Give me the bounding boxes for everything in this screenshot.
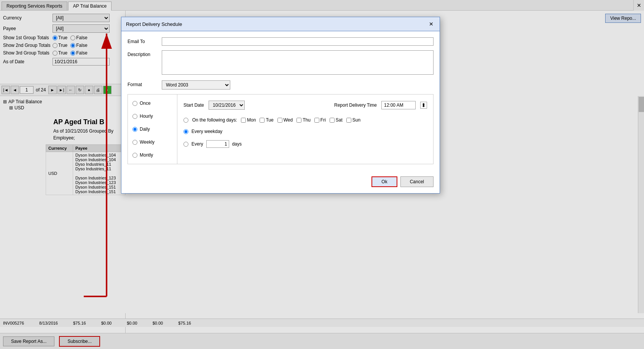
fri-label: Fri bbox=[320, 117, 326, 123]
freq-monthly[interactable]: Montly bbox=[132, 152, 172, 158]
description-label: Description bbox=[128, 50, 162, 57]
start-date-row: Start Date 10/21/2016 Report Delivery Ti… bbox=[183, 101, 427, 110]
modal-title: Report Delivery Schedule bbox=[126, 21, 182, 27]
time-spinner[interactable]: ⬍ bbox=[420, 102, 427, 109]
every-n-input[interactable] bbox=[206, 140, 229, 148]
email-to-input[interactable] bbox=[162, 37, 434, 46]
report-delivery-schedule-dialog: Report Delivery Schedule ✕ Email To Desc… bbox=[121, 17, 440, 194]
freq-daily-label: Daily bbox=[140, 126, 150, 132]
day-tue[interactable]: Tue bbox=[260, 117, 273, 123]
following-days-radio[interactable] bbox=[183, 118, 188, 123]
format-control: Word 2003ExcelPDFCSV bbox=[162, 80, 434, 90]
day-sat[interactable]: Sat bbox=[330, 117, 343, 123]
wed-checkbox[interactable] bbox=[277, 118, 282, 123]
fri-checkbox[interactable] bbox=[314, 118, 319, 123]
description-row: Description bbox=[128, 50, 434, 76]
modal-body: Email To Description Format Word 2003Exc… bbox=[121, 31, 440, 170]
modal-header: Report Delivery Schedule ✕ bbox=[121, 17, 440, 31]
schedule-section: Once Hourly Daily Weekly bbox=[128, 94, 434, 164]
day-thu[interactable]: Thu bbox=[296, 117, 311, 123]
freq-weekly-radio[interactable] bbox=[132, 140, 137, 145]
cancel-button[interactable]: Cancel bbox=[400, 176, 434, 187]
every-n-days-row: Every days bbox=[183, 140, 427, 148]
freq-hourly-radio[interactable] bbox=[132, 114, 137, 119]
format-select[interactable]: Word 2003ExcelPDFCSV bbox=[162, 80, 230, 90]
start-date-label: Start Date bbox=[183, 102, 204, 108]
sat-checkbox[interactable] bbox=[330, 118, 335, 123]
following-days-row: On the following days: Mon Tue Wed bbox=[183, 117, 427, 123]
freq-once-radio[interactable] bbox=[132, 101, 137, 106]
mon-label: Mon bbox=[247, 117, 256, 123]
format-row: Format Word 2003ExcelPDFCSV bbox=[128, 80, 434, 90]
every-label: Every bbox=[191, 141, 203, 147]
delivery-time-label: Report Delivery Time bbox=[334, 102, 377, 108]
days-label: days bbox=[232, 141, 242, 147]
day-wed[interactable]: Wed bbox=[277, 117, 293, 123]
mon-checkbox[interactable] bbox=[241, 118, 246, 123]
freq-monthly-radio[interactable] bbox=[132, 153, 137, 158]
schedule-frequency-panel: Once Hourly Daily Weekly bbox=[128, 94, 177, 164]
modal-footer: Ok Cancel bbox=[121, 170, 440, 193]
freq-weekly-label: Weekly bbox=[140, 139, 155, 145]
start-date-select[interactable]: 10/21/2016 bbox=[209, 101, 245, 110]
thu-checkbox[interactable] bbox=[296, 118, 301, 123]
wed-label: Wed bbox=[284, 117, 293, 123]
email-to-label: Email To bbox=[128, 37, 162, 44]
freq-hourly-label: Hourly bbox=[140, 114, 153, 119]
every-weekday-row: Every weekday bbox=[183, 129, 427, 134]
freq-weekly[interactable]: Weekly bbox=[132, 139, 172, 145]
day-mon[interactable]: Mon bbox=[241, 117, 256, 123]
description-control bbox=[162, 50, 434, 76]
tue-label: Tue bbox=[266, 117, 273, 123]
following-days-label: On the following days: bbox=[192, 117, 237, 123]
freq-monthly-label: Montly bbox=[140, 152, 153, 158]
freq-daily[interactable]: Daily bbox=[132, 126, 172, 132]
tue-checkbox[interactable] bbox=[260, 118, 265, 123]
ok-button[interactable]: Ok bbox=[371, 176, 397, 187]
day-sun[interactable]: Sun bbox=[346, 117, 360, 123]
sun-checkbox[interactable] bbox=[346, 118, 351, 123]
freq-once-label: Once bbox=[140, 101, 151, 106]
every-weekday-label: Every weekday bbox=[191, 129, 222, 134]
description-textarea[interactable] bbox=[162, 50, 434, 75]
sat-label: Sat bbox=[336, 117, 343, 123]
freq-once[interactable]: Once bbox=[132, 101, 172, 106]
email-to-control bbox=[162, 37, 434, 46]
schedule-details-panel: Start Date 10/21/2016 Report Delivery Ti… bbox=[177, 94, 433, 164]
thu-label: Thu bbox=[303, 117, 311, 123]
every-n-days-radio[interactable] bbox=[183, 142, 188, 147]
sun-label: Sun bbox=[352, 117, 360, 123]
freq-hourly[interactable]: Hourly bbox=[132, 114, 172, 119]
every-weekday-radio[interactable] bbox=[183, 129, 188, 134]
app-window: Reporting Services Reports AP Trial Bala… bbox=[0, 0, 644, 349]
delivery-time-input[interactable] bbox=[381, 101, 416, 109]
format-label: Format bbox=[128, 80, 162, 87]
modal-close-button[interactable]: ✕ bbox=[427, 20, 435, 28]
freq-daily-radio[interactable] bbox=[132, 127, 137, 132]
email-to-row: Email To bbox=[128, 37, 434, 46]
day-fri[interactable]: Fri bbox=[314, 117, 326, 123]
